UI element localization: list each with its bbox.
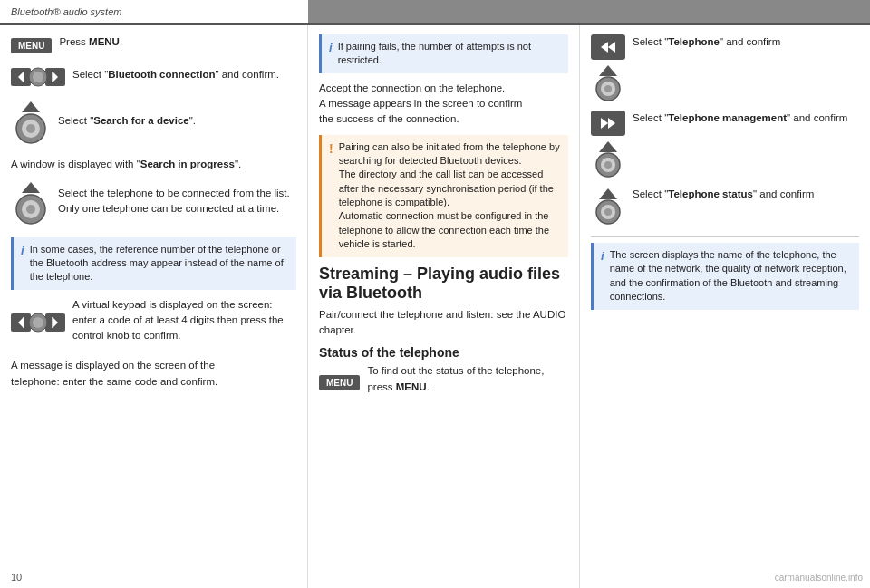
step3-text: Select "Search for a device". [58, 113, 196, 129]
warn-box-mid: ! Pairing can also be initiated from the… [319, 135, 568, 257]
step3-row: Select "Search for a device". [11, 100, 296, 149]
mid-column: i If pairing fails, the number of attemp… [308, 25, 580, 588]
accept-text3: the success of the connection. [319, 113, 459, 124]
svg-point-15 [26, 205, 35, 214]
left-column: MENU Press MENU. [0, 25, 308, 588]
status-title: Status of the telephone [319, 345, 568, 360]
right-column: Select "Telephone" and confirm [580, 25, 870, 588]
content-area: MENU Press MENU. [0, 25, 870, 588]
bottom-text: A message is displayed on the screen of … [11, 358, 296, 390]
knob-up3-icon [591, 187, 625, 225]
info-box-right-text: The screen displays the name of the tele… [610, 248, 852, 304]
step-r2-row: Select "Telephone management" and confir… [591, 111, 859, 178]
menu-button-icon: MENU [11, 38, 52, 53]
step1-row: MENU Press MENU. [11, 34, 296, 57]
svg-marker-26 [599, 65, 617, 76]
menu-btn-label: MENU [11, 38, 52, 53]
watermark: carmanualsonline.info [775, 573, 863, 583]
accept-text1: Accept the connection on the telephone. [319, 82, 505, 93]
status-bold: MENU [396, 381, 427, 392]
icon-stack-r1 [591, 34, 625, 101]
info-icon: i [21, 243, 24, 284]
step1-text: Press MENU. [59, 34, 122, 50]
icon-stack-r2 [591, 111, 625, 178]
info-box-mid: i If pairing fails, the number of attemp… [319, 34, 568, 73]
top-bar-decoration [308, 0, 870, 23]
step-r3-text: Select "Telephone status" and confirm [633, 187, 814, 202]
knob-icon2 [11, 180, 51, 230]
search-progress-bold: Search in progress [140, 159, 235, 169]
step-r1-row: Select "Telephone" and confirm [591, 34, 859, 101]
page-number: 10 [11, 572, 22, 583]
info-box-left-text: In some cases, the reference number of t… [30, 243, 289, 284]
warn-icon: ! [329, 140, 334, 252]
keypad-ctrl-icon [11, 310, 65, 338]
svg-point-11 [26, 124, 35, 133]
step-r3-row: Select "Telephone status" and confirm [591, 187, 859, 227]
step3-bold: Search for a device [93, 115, 188, 126]
bluetooth-ctrl-icon [11, 64, 65, 92]
svg-point-35 [604, 161, 612, 169]
search-progress-text: A window is displayed with "Search in pr… [11, 157, 296, 172]
svg-point-7 [33, 72, 44, 82]
bottom-text2: telephone: enter the same code and confi… [11, 376, 218, 387]
status-menu-icon: MENU [319, 375, 360, 390]
page-title: Bluetooth® audio system [11, 6, 121, 17]
svg-marker-25 [608, 42, 615, 53]
info-icon-mid: i [329, 40, 333, 68]
svg-marker-36 [599, 188, 617, 199]
svg-marker-30 [601, 118, 608, 129]
step-r3-bold: Telephone status [668, 188, 753, 199]
step-r1-text: Select "Telephone" and confirm [633, 34, 780, 50]
warn-text: Pairing can also be initiated from the t… [339, 140, 561, 252]
accept-text2: A message appears in the screen to confi… [319, 98, 522, 109]
step1-bold: MENU [89, 36, 120, 47]
icon-stack-r3 [591, 187, 625, 227]
svg-marker-32 [599, 141, 617, 152]
svg-point-39 [604, 208, 612, 216]
svg-marker-24 [601, 42, 608, 53]
step-r2-text: Select "Telephone management" and confir… [633, 111, 847, 126]
rewind-button-icon [591, 34, 625, 60]
svg-marker-8 [22, 101, 40, 112]
svg-marker-31 [608, 118, 615, 129]
svg-point-23 [33, 317, 44, 328]
status-menu-btn: MENU [319, 375, 360, 390]
knob-up-icon [591, 63, 625, 101]
svg-marker-12 [22, 182, 40, 193]
svg-point-29 [604, 85, 612, 92]
info-box-right: i The screen displays the name of the te… [591, 243, 859, 310]
status-text: To find out the status of the telephone,… [367, 363, 568, 395]
streaming-title: Streaming – Playing audio files via Blue… [319, 265, 568, 304]
streaming-text: Pair/connect the telephone and listen: s… [319, 307, 568, 339]
step5-text: A virtual keypad is displayed on the scr… [72, 297, 296, 344]
step2-row: Select "Bluetooth connection" and confir… [11, 64, 296, 92]
info-box-left: i In some cases, the reference number of… [11, 237, 296, 290]
step2-text: Select "Bluetooth connection" and confir… [72, 67, 279, 82]
step-r2-bold: Telephone management [668, 112, 787, 123]
step-r1-bold: Telephone [668, 36, 720, 47]
top-bar: Bluetooth® audio system [0, 0, 870, 25]
bottom-text1: A message is displayed on the screen of … [11, 360, 215, 371]
step4-text: Select the telephone to be connected fro… [58, 186, 296, 217]
info-box-mid-text: If pairing fails, the number of attempts… [338, 40, 561, 68]
divider [591, 236, 859, 237]
info-icon-right: i [601, 248, 604, 304]
knob-icon [11, 100, 51, 149]
accept-text: Accept the connection on the telephone. … [319, 81, 568, 128]
step5-row: A virtual keypad is displayed on the scr… [11, 297, 296, 352]
step2-bold: Bluetooth connection [108, 69, 215, 80]
status-row: MENU To find out the status of the telep… [319, 363, 568, 402]
fastforward-button-icon [591, 111, 625, 136]
step4-row: Select the telephone to be connected fro… [11, 180, 296, 230]
page: Bluetooth® audio system MENU Press MENU. [0, 0, 870, 588]
knob-up2-icon [591, 140, 625, 178]
